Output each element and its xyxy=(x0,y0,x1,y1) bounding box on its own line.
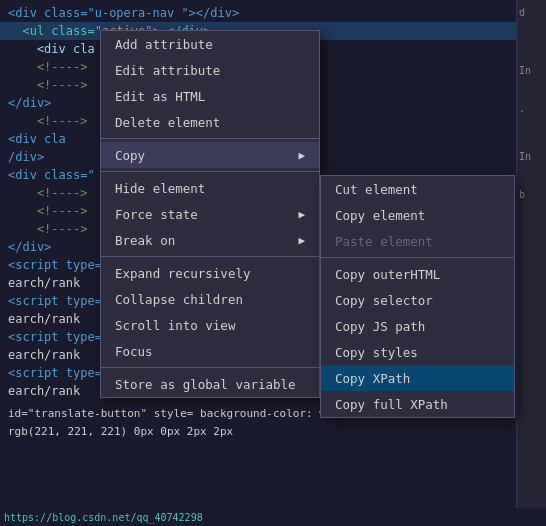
code-line: rgb(221, 221, 221) 0px 0px 2px 2px xyxy=(0,422,546,440)
menu-item-force-state[interactable]: Force state ▶ xyxy=(101,201,319,227)
code-text: <script type= xyxy=(8,294,102,308)
menu-item-hide-element[interactable]: Hide element xyxy=(101,175,319,201)
menu-item-collapse-children[interactable]: Collapse children xyxy=(101,286,319,312)
right-panel-content: d In . In b xyxy=(517,0,546,208)
menu-item-copy-element[interactable]: Copy element xyxy=(321,202,514,228)
menu-separator xyxy=(101,138,319,139)
submenu-arrow-icon: ▶ xyxy=(298,208,305,221)
menu-item-copy[interactable]: Copy ▶ xyxy=(101,142,319,168)
menu-item-copy-outerhtml[interactable]: Copy outerHTML xyxy=(321,261,514,287)
menu-item-copy-js-path[interactable]: Copy JS path xyxy=(321,313,514,339)
menu-item-add-attribute[interactable]: Add attribute xyxy=(101,31,319,57)
code-text: earch/rank xyxy=(8,348,80,362)
menu-separator xyxy=(321,257,514,258)
menu-item-edit-attribute[interactable]: Edit attribute xyxy=(101,57,319,83)
code-text: <!----> xyxy=(8,186,87,200)
code-text: earch/rank xyxy=(8,384,80,398)
code-text: earch/rank xyxy=(8,312,80,326)
submenu-arrow-icon: ▶ xyxy=(298,149,305,162)
menu-item-copy-styles[interactable]: Copy styles xyxy=(321,339,514,365)
code-text: <div class=" xyxy=(8,168,95,182)
menu-item-copy-xpath[interactable]: Copy XPath xyxy=(321,365,514,391)
code-text: <!----> xyxy=(8,204,87,218)
code-text: <div class="u-opera-nav "></div> xyxy=(8,6,239,20)
submenu-arrow-icon: ▶ xyxy=(298,234,305,247)
menu-item-break-on[interactable]: Break on ▶ xyxy=(101,227,319,253)
code-text: </div> xyxy=(8,96,51,110)
code-text: earch/rank xyxy=(8,276,80,290)
code-text: <div cla xyxy=(8,42,95,56)
menu-separator xyxy=(101,171,319,172)
secondary-context-menu: Cut element Copy element Paste element C… xyxy=(320,175,515,418)
menu-item-store-as-global[interactable]: Store as global variable xyxy=(101,371,319,397)
code-text: </div> xyxy=(8,240,51,254)
code-text: <!----> xyxy=(8,222,87,236)
code-text: <script type= xyxy=(8,330,102,344)
code-editor: <div class="u-opera-nav "></div> <ul cla… xyxy=(0,0,546,526)
menu-item-expand-recursively[interactable]: Expand recursively xyxy=(101,260,319,286)
menu-item-delete-element[interactable]: Delete element xyxy=(101,109,319,135)
bottom-bar: https://blog.csdn.net/qq_40742298 xyxy=(0,508,546,526)
menu-item-copy-full-xpath[interactable]: Copy full XPath xyxy=(321,391,514,417)
code-text: /div> xyxy=(8,150,44,164)
code-text: <div cla xyxy=(8,132,66,146)
right-panel: d In . In b xyxy=(516,0,546,526)
menu-separator xyxy=(101,367,319,368)
code-text: rgb(221, 221, 221) 0px 0px 2px 2px xyxy=(8,425,233,438)
code-text: <!----> xyxy=(8,78,87,92)
primary-context-menu: Add attribute Edit attribute Edit as HTM… xyxy=(100,30,320,398)
menu-item-edit-as-html[interactable]: Edit as HTML xyxy=(101,83,319,109)
code-line: <div class="u-opera-nav "></div> xyxy=(0,4,546,22)
menu-item-copy-selector[interactable]: Copy selector xyxy=(321,287,514,313)
code-text: <!----> xyxy=(8,114,87,128)
menu-item-scroll-into-view[interactable]: Scroll into view xyxy=(101,312,319,338)
menu-separator xyxy=(101,256,319,257)
menu-item-focus[interactable]: Focus xyxy=(101,338,319,364)
menu-item-paste-element: Paste element xyxy=(321,228,514,254)
menu-item-cut-element[interactable]: Cut element xyxy=(321,176,514,202)
code-text: <!----> xyxy=(8,60,87,74)
bottom-bar-url: https://blog.csdn.net/qq_40742298 xyxy=(4,512,203,523)
code-text: <script type= xyxy=(8,258,102,272)
code-text: <script type= xyxy=(8,366,102,380)
